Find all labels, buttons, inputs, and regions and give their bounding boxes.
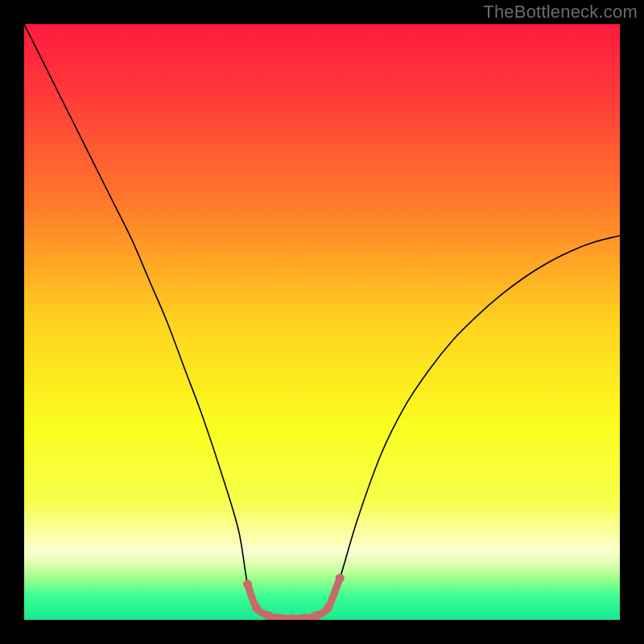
optimal-band-dot [336,574,345,583]
optimal-band-dot [252,604,261,613]
optimal-band-dot [324,604,332,613]
plot-area [24,24,620,620]
optimal-band-dot [243,580,252,588]
watermark-text: TheBottleneck.com [483,2,638,23]
chart-frame: TheBottleneck.com [0,0,644,644]
gradient-background [24,24,620,620]
optimal-band-dot [312,611,320,620]
optimal-band-dot [264,611,273,620]
chart-svg [24,24,620,620]
